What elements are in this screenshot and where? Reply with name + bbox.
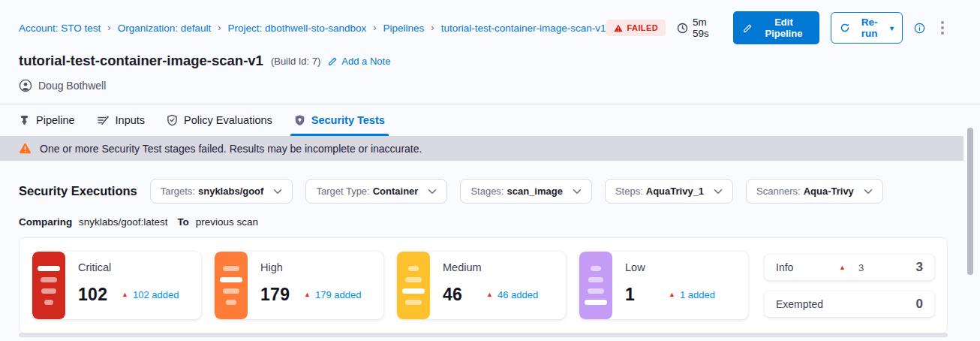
severity-delta: ▲ 102 added — [122, 289, 179, 300]
tab-label: Security Tests — [311, 114, 385, 126]
comparing-label: Comparing — [19, 216, 72, 228]
tab-policy-evaluations[interactable]: Policy Evaluations — [167, 104, 272, 136]
tab-bar: Pipeline Inputs Policy Evaluations Secur… — [0, 104, 980, 136]
filter-steps[interactable]: Steps: AquaTrivy_1 — [605, 179, 733, 204]
clock-icon — [677, 23, 688, 34]
severity-card-high[interactable]: High 179 ▲ 179 added — [215, 252, 383, 319]
tab-security-tests[interactable]: Security Tests — [294, 104, 385, 136]
avatar-icon — [19, 79, 32, 92]
page-title: tutorial-test-container-image-scan-v1 — [19, 53, 263, 69]
warning-banner-message: One or more Security Test stages failed.… — [40, 143, 422, 155]
delta-label: 1 added — [680, 289, 715, 300]
delta-up-icon: ▲ — [304, 291, 311, 298]
filter-label: Scanners: — [756, 186, 801, 197]
edit-pipeline-button[interactable]: Edit Pipeline — [733, 11, 820, 44]
exempted-label: Exempted — [776, 298, 839, 310]
info-label: Info — [776, 261, 839, 273]
severity-gauge-icon — [215, 252, 248, 319]
chevron-right-icon: › — [431, 22, 434, 33]
kebab-menu-icon[interactable] — [936, 18, 948, 38]
severity-card-medium[interactable]: Medium 46 ▲ 46 added — [397, 252, 566, 319]
comparison-source: snyklabs/goof:latest — [79, 216, 168, 228]
author-name: Doug Bothwell — [38, 80, 106, 92]
duration-value: 5m 59s — [693, 17, 722, 39]
severity-count: 179 — [260, 285, 304, 305]
filter-target-type[interactable]: Target Type: Container — [305, 179, 447, 204]
filter-scanners[interactable]: Scanners: Aqua-Trivy — [746, 179, 883, 204]
pencil-icon — [328, 56, 338, 66]
comparison-target: previous scan — [196, 216, 258, 228]
add-note-label: Add a Note — [341, 56, 390, 67]
section-heading: Security Executions — [19, 184, 137, 198]
horizontal-scrollbar[interactable] — [19, 333, 948, 337]
severity-card-critical[interactable]: Critical 102 ▲ 102 added — [32, 252, 201, 319]
breadcrumb-account[interactable]: Account: STO test — [19, 23, 101, 34]
delta-up-icon: ▲ — [839, 264, 846, 271]
info-card[interactable]: Info ▲ 3 3 — [765, 255, 934, 280]
filter-value: snyklabs/goof — [198, 186, 263, 197]
severity-count: 1 — [625, 285, 669, 305]
filter-label: Target Type: — [316, 186, 369, 197]
info-delta: ▲ 3 — [839, 262, 864, 273]
filter-value: Aqua-Trivy — [804, 186, 854, 197]
chevron-right-icon: › — [373, 22, 376, 33]
pencil-icon — [743, 23, 753, 33]
breadcrumb-current-pipeline[interactable]: tutorial-test-container-image-scan-v1 — [441, 23, 606, 34]
delta-up-icon: ▲ — [486, 291, 493, 298]
filter-stages[interactable]: Stages: scan_image — [460, 179, 592, 204]
chevron-down-icon — [864, 189, 873, 195]
delta-label: 179 added — [315, 289, 361, 300]
rerun-button[interactable]: Re-run ▾ — [831, 12, 903, 44]
warning-triangle-icon — [614, 24, 623, 32]
rerun-label: Re-run — [855, 17, 883, 39]
filter-value: AquaTrivy_1 — [646, 186, 704, 197]
exempted-card[interactable]: Exempted 0 — [765, 291, 934, 317]
refresh-icon — [840, 23, 850, 33]
filter-value: Container — [373, 186, 419, 197]
chevron-down-icon — [428, 189, 437, 195]
to-label: To — [177, 216, 189, 228]
info-count: 3 — [916, 260, 923, 275]
breadcrumb-pipelines[interactable]: Pipelines — [383, 23, 425, 34]
exempted-count: 0 — [916, 297, 923, 312]
shield-check-icon — [167, 114, 178, 126]
info-circle-icon[interactable] — [914, 23, 925, 34]
tab-pipeline[interactable]: Pipeline — [19, 104, 75, 136]
chevron-down-icon — [573, 189, 582, 195]
caret-down-icon: ▾ — [890, 24, 894, 32]
side-cards-column: Info ▲ 3 3 Exempted 0 — [765, 252, 934, 319]
breadcrumb-organization[interactable]: Organization: default — [118, 23, 212, 34]
status-badge: FAILED — [606, 20, 666, 36]
severity-count: 102 — [78, 285, 122, 305]
severity-name: Critical — [78, 261, 201, 273]
add-note-link[interactable]: Add a Note — [328, 56, 390, 67]
delta-label: 46 added — [498, 289, 538, 300]
tab-inputs[interactable]: Inputs — [97, 104, 146, 136]
breadcrumb: Account: STO test › Organization: defaul… — [19, 23, 606, 34]
severity-delta: ▲ 46 added — [486, 289, 538, 300]
chevron-right-icon: › — [218, 22, 221, 33]
tab-label: Policy Evaluations — [184, 114, 272, 126]
delta-label: 102 added — [133, 289, 179, 300]
chevron-down-icon — [273, 189, 282, 195]
filter-targets[interactable]: Targets: snyklabs/goof — [150, 179, 293, 204]
severity-gauge-icon — [32, 252, 65, 319]
top-bar: Account: STO test › Organization: defaul… — [0, 0, 980, 44]
severity-delta: ▲ 179 added — [304, 289, 361, 300]
vertical-scrollbar[interactable] — [967, 128, 973, 275]
info-delta-count: 3 — [858, 262, 864, 273]
severity-count: 46 — [443, 285, 486, 305]
author-row: Doug Bothwell — [0, 69, 980, 92]
chevron-down-icon — [714, 189, 723, 195]
tab-label: Pipeline — [36, 114, 75, 126]
severity-card-low[interactable]: Low 1 ▲ 1 added — [579, 252, 748, 319]
breadcrumb-project[interactable]: Project: dbothwell-sto-sandbox — [228, 23, 367, 34]
severity-summary-card: Critical 102 ▲ 102 added High 179 — [19, 237, 948, 333]
filter-label: Steps: — [615, 186, 643, 197]
shield-security-icon — [294, 114, 305, 126]
filter-label: Stages: — [470, 186, 504, 197]
edit-pipeline-label: Edit Pipeline — [758, 17, 810, 39]
title-row: tutorial-test-container-image-scan-v1 (B… — [0, 44, 980, 69]
warning-banner: One or more Security Test stages failed.… — [0, 136, 963, 161]
filter-label: Targets: — [161, 186, 195, 197]
